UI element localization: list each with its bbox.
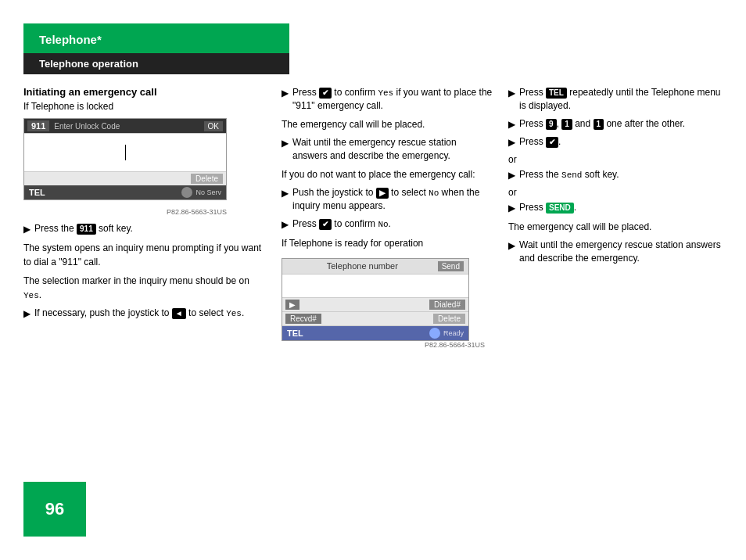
screen2-dialed-btn: Dialed# — [429, 300, 465, 310]
screen-delete-area: Delete — [24, 172, 226, 185]
column-2: ▶ Press ✔ to confirm Yes if you want to … — [282, 86, 493, 355]
column-1: Initiating an emergency call If Telephon… — [23, 86, 266, 325]
screen2-title-bar: Telephone number Send — [282, 259, 468, 275]
col2-arrow-2: ▶ — [282, 137, 289, 163]
ok-tag3: ✔ — [546, 137, 558, 148]
col2-bullet-1-text: Press ✔ to confirm Yes if you want to pl… — [292, 86, 493, 113]
screen-ok-btn: OK — [204, 121, 223, 131]
col2-bullet-1: ▶ Press ✔ to confirm Yes if you want to … — [282, 86, 493, 113]
screen2-row1: ▶ Dialed# — [282, 298, 468, 312]
tel-tag: TEL — [546, 88, 567, 99]
screen-no-serv: No Serv — [195, 188, 221, 196]
col2-note-3: If Telephone is ready for operation — [282, 236, 493, 250]
col3-or-2: or — [508, 187, 727, 198]
screen2-ready: Ready — [443, 329, 464, 337]
col3-bullet-6-text: Wait until the emergency rescue station … — [519, 239, 727, 265]
col3-bullet-1-text: Press TEL repeatedly until the Telephone… — [519, 86, 727, 113]
screen2-bottom: TEL Ready — [282, 326, 468, 340]
send-tag: SEND — [546, 203, 574, 214]
col3-bullet-2-text: Press 9, 1 and 1 one after the other. — [519, 117, 685, 131]
col3-bullet-5: ▶ Press SEND. — [508, 201, 727, 215]
tag-911: 911 — [77, 224, 96, 235]
screen2-title: Telephone number — [287, 261, 438, 271]
tag-left: ◄ — [172, 308, 186, 319]
col3-arrow-4: ▶ — [508, 169, 515, 182]
ok-tag: ✔ — [319, 88, 332, 99]
screen-bottom-bar: TEL No Serv — [24, 185, 226, 199]
bullet-1: ▶ Press the 911 soft key. — [23, 222, 266, 236]
screen2-input — [282, 275, 468, 298]
col3-note-1: The emergency call will be placed. — [508, 220, 727, 234]
screen-911: 911 — [27, 120, 49, 131]
circle-icon — [181, 187, 192, 198]
title-text: Telephone* — [39, 33, 102, 46]
col3-arrow-3: ▶ — [508, 136, 515, 149]
column-3: ▶ Press TEL repeatedly until the Telepho… — [508, 86, 727, 269]
col2-bullet-4: ▶ Press ✔ to confirm No. — [282, 217, 493, 232]
screen2-tel: TEL — [287, 328, 429, 338]
subtitle-text: Telephone operation — [39, 58, 138, 70]
col2-bullet-3-text: Push the joystick to ▶ to select No when… — [292, 186, 493, 213]
content-area: Initiating an emergency call If Telephon… — [23, 86, 723, 537]
col3-bullet-6: ▶ Wait until the emergency rescue statio… — [508, 239, 727, 265]
section-title: Initiating an emergency call — [23, 86, 266, 98]
screen2-delete-btn: Delete — [433, 314, 465, 324]
bullet-arrow-2: ▶ — [23, 307, 30, 321]
col3-bullet-2: ▶ Press 9, 1 and 1 one after the other. — [508, 117, 727, 131]
col2-note-2: If you do not want to place the emergenc… — [282, 167, 493, 181]
screen2-icon-btn: ▶ — [285, 300, 299, 310]
col2-arrow-4: ▶ — [282, 218, 289, 232]
screen-tel-label: TEL — [29, 188, 181, 197]
note-2: The selection marker in the inquiry menu… — [23, 274, 266, 303]
col3-bullet-3: ▶ Press ✔. — [508, 135, 727, 149]
screen-unlock-label: Enter Unlock Code — [54, 122, 203, 131]
col3-bullet-4-text: Press the Send soft key. — [519, 168, 619, 182]
col2-arrow-3: ▶ — [282, 187, 289, 213]
yes-text: Yes — [23, 291, 39, 300]
phone-screen-2: Telephone number Send ▶ Dialed# Recvd# D… — [282, 258, 469, 341]
cursor — [125, 145, 126, 160]
screen-delete-btn: Delete — [191, 174, 223, 184]
col3-bullet-3-text: Press ✔. — [519, 135, 561, 149]
col2-note-1: The emergency call will be placed. — [282, 117, 493, 131]
col3-arrow-1: ▶ — [508, 87, 515, 113]
bullet-1-text: Press the 911 soft key. — [34, 222, 133, 236]
tag-1a: 1 — [561, 119, 572, 130]
bullet-arrow-1: ▶ — [23, 223, 30, 236]
screen1-caption: P82.86-5663-31US — [23, 208, 227, 216]
section-header: Telephone operation — [23, 53, 289, 74]
col3-bullet-1: ▶ Press TEL repeatedly until the Telepho… — [508, 86, 727, 113]
screen-top-bar: 911 Enter Unlock Code OK — [24, 119, 226, 133]
page-title: Telephone* — [23, 23, 289, 56]
col2-bullet-2: ▶ Wait until the emergency rescue statio… — [282, 136, 493, 163]
tag-9: 9 — [546, 119, 557, 130]
bullet-2-text: If necessary, push the joystick to ◄ to … — [34, 307, 244, 321]
col3-arrow-5: ▶ — [508, 202, 515, 215]
col2-bullet-4-text: Press ✔ to confirm No. — [292, 217, 391, 232]
col3-bullet-4: ▶ Press the Send soft key. — [508, 168, 727, 182]
screen2-caption: P82.86-5664-31US — [282, 341, 485, 349]
col3-or-1: or — [508, 154, 727, 165]
col2-bullet-2-text: Wait until the emergency rescue station … — [292, 136, 493, 163]
col2-bullet-3: ▶ Push the joystick to ▶ to select No wh… — [282, 186, 493, 213]
tag-right2: ▶ — [376, 188, 389, 199]
note-1: The system opens an inquiry menu prompti… — [23, 241, 266, 269]
circle2-icon — [429, 328, 440, 339]
bullet-2: ▶ If necessary, push the joystick to ◄ t… — [23, 307, 266, 321]
screen-input-area — [24, 133, 226, 172]
yes-text2: Yes — [226, 309, 242, 318]
col2-arrow-1: ▶ — [282, 87, 289, 113]
col3-bullet-5-text: Press SEND. — [519, 201, 576, 215]
screen2-send-btn: Send — [438, 261, 464, 271]
screen2-recvd-btn: Recvd# — [285, 314, 321, 324]
col3-arrow-6: ▶ — [508, 239, 515, 265]
ok-tag2: ✔ — [319, 219, 332, 230]
phone-screen-1: 911 Enter Unlock Code OK Delete TEL No S… — [23, 118, 227, 200]
screen2-row2: Recvd# Delete — [282, 312, 468, 326]
tag-1b: 1 — [594, 119, 604, 130]
section-subtitle: If Telephone is locked — [23, 101, 266, 112]
col3-arrow-2: ▶ — [508, 118, 515, 131]
